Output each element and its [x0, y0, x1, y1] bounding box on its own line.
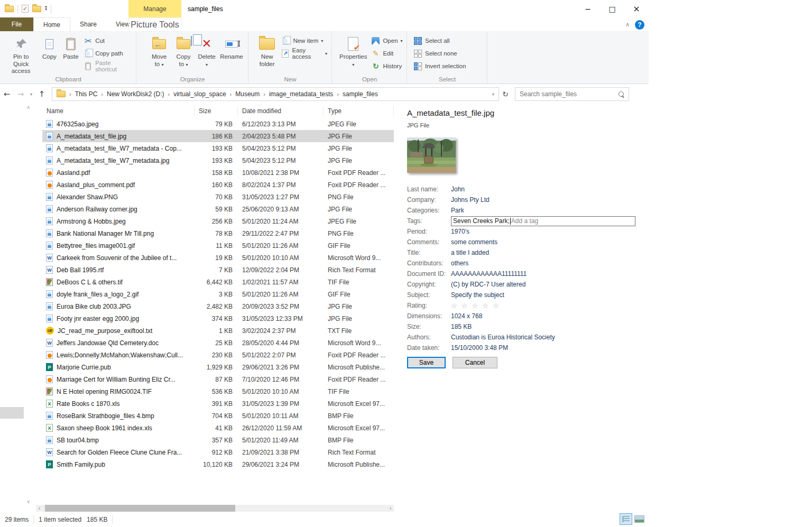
- details-view-button[interactable]: [620, 513, 632, 525]
- file-row[interactable]: Footy jnr easter egg 2000.jpg374 KB31/05…: [42, 312, 394, 325]
- file-row[interactable]: 476325ao.jpeg79 KB6/12/2023 3:13 PMJPEG …: [42, 118, 394, 130]
- detail-value[interactable]: a title I added: [451, 249, 489, 256]
- tab-share[interactable]: Share: [70, 17, 106, 31]
- cut-button[interactable]: ✂ Cut: [81, 34, 134, 47]
- column-header-type[interactable]: Type: [324, 106, 394, 116]
- properties-button[interactable]: ✔ Properties▾: [337, 33, 369, 69]
- file-row[interactable]: SB tour04.bmp357 KB5/01/2020 11:49 AMBMP…: [42, 434, 394, 446]
- copy-path-button[interactable]: Copy path: [81, 47, 134, 60]
- detail-value[interactable]: some comments: [451, 238, 497, 246]
- invert-selection-button[interactable]: Invert selection: [411, 60, 468, 72]
- close-button[interactable]: ×: [624, 0, 649, 17]
- paste-button[interactable]: Paste: [60, 33, 81, 62]
- copy-to-button[interactable]: Copy to ▾: [171, 33, 196, 69]
- detail-value[interactable]: John: [451, 186, 465, 193]
- file-row[interactable]: RoseBank Strathbogie_files 4.bmp704 KB5/…: [42, 410, 394, 422]
- column-header-date-modified[interactable]: Date modified: [238, 106, 324, 116]
- tags-input[interactable]: Seven Creeks Park;Add a tag: [451, 216, 635, 226]
- help-icon[interactable]: ?: [635, 20, 644, 30]
- nav-vertical-scrollbar[interactable]: ∧ ∨: [24, 104, 33, 505]
- file-row[interactable]: Bank National Manager Mr Till.png78 KB29…: [42, 227, 394, 239]
- new-item-button[interactable]: New item ▾: [279, 34, 329, 47]
- file-row[interactable]: Marriage Cert for William Bunting Eliz C…: [42, 373, 394, 385]
- thumbnail-view-button[interactable]: [634, 515, 644, 523]
- detail-value[interactable]: Specify the subject: [451, 291, 504, 299]
- detail-value[interactable]: Custodian is Euroa Historical Society: [451, 334, 555, 341]
- detail-value[interactable]: others: [451, 260, 468, 267]
- breadcrumb[interactable]: › This PC › New WorkDisk2 (D:) › virtual…: [52, 87, 499, 101]
- refresh-icon[interactable]: ↻: [499, 90, 512, 98]
- file-row[interactable]: XRate Books c 1870.xls391 KB31/05/2023 1…: [42, 397, 394, 410]
- column-header-size[interactable]: Size: [195, 106, 238, 116]
- breadcrumb-drive[interactable]: New WorkDisk2 (D:): [107, 90, 164, 98]
- file-row[interactable]: PMarjorie Currie.pub1,929 KB29/06/2021 3…: [42, 361, 394, 373]
- save-button[interactable]: Save: [407, 357, 446, 368]
- recent-locations-icon[interactable]: ▾: [27, 92, 35, 97]
- file-row[interactable]: Euroa Bike club 2003.JPG2,482 KB20/09/20…: [42, 300, 394, 312]
- file-row[interactable]: WDeb Ball 1995.rtf7 KB12/09/2022 2:04 PM…: [42, 264, 394, 276]
- file-row[interactable]: UEJC_read_me_purpose_exiftool.txt1 KB3/0…: [42, 325, 394, 337]
- file-row[interactable]: WSearch for Golden Fleece Clune Clune Fr…: [42, 446, 394, 458]
- detail-value[interactable]: 1024 x 768: [451, 312, 482, 320]
- paste-shortcut-button[interactable]: Paste shortcut: [81, 60, 134, 72]
- scroll-down-icon[interactable]: ∨: [24, 499, 33, 504]
- detail-value[interactable]: 1970's: [451, 228, 469, 235]
- tab-file[interactable]: File: [0, 17, 33, 31]
- tab-home[interactable]: Home: [33, 17, 70, 31]
- file-row[interactable]: Lewis;Donnelly;McMahon;Wakenshaw;Cull...…: [42, 349, 394, 361]
- address-dropdown-icon[interactable]: ▾: [492, 92, 496, 97]
- file-row[interactable]: WJeffers Jandowae Qld Cemetery.doc25 KB2…: [42, 337, 394, 349]
- scroll-up-icon[interactable]: ∧: [24, 105, 33, 110]
- detail-value[interactable]: AAAAAAAAAAAA11111111: [451, 270, 527, 278]
- file-row[interactable]: A_metadata_test_file.jpg186 KB2/04/2023 …: [42, 130, 394, 142]
- move-to-button[interactable]: ← Move to ▾: [147, 33, 171, 69]
- file-row[interactable]: XSaxon sheep Book 1961 index.xls41 KB26/…: [42, 422, 394, 434]
- copy-button[interactable]: Copy: [39, 33, 60, 62]
- scroll-right-icon[interactable]: ›: [387, 505, 394, 512]
- detail-value[interactable]: (C) by RDC-7 User altered: [451, 281, 525, 288]
- detail-value[interactable]: 15/10/2000 3:48 PM: [451, 344, 508, 352]
- forward-button[interactable]: →: [14, 89, 27, 99]
- cancel-button[interactable]: Cancel: [453, 357, 497, 368]
- detail-value[interactable]: Park: [451, 207, 464, 214]
- new-folder-button[interactable]: New folder: [255, 33, 279, 69]
- breadcrumb-image-metadata-tests[interactable]: image_metadata_tests: [269, 90, 333, 98]
- file-row[interactable]: A_metadata_test_file_W7_metadata.jpg193 …: [42, 154, 394, 167]
- up-button[interactable]: ↑: [35, 89, 49, 99]
- file-row[interactable]: WCarkeek from Souvenir of the Jubilee of…: [42, 252, 394, 264]
- horizontal-scroll-thumb[interactable]: [45, 505, 235, 512]
- open-button[interactable]: Open ▾: [369, 34, 404, 47]
- edit-button[interactable]: ✎ Edit: [369, 47, 404, 60]
- select-none-button[interactable]: Select none: [411, 47, 468, 60]
- back-button[interactable]: ←: [0, 89, 14, 99]
- new-folder-quick-icon[interactable]: [32, 6, 41, 12]
- file-row[interactable]: Anderson Railway corner.jpg59 KB25/06/20…: [42, 203, 394, 215]
- history-button[interactable]: ↻ History: [369, 60, 404, 72]
- scroll-left-icon[interactable]: ‹: [36, 505, 43, 512]
- select-all-button[interactable]: Select all: [411, 34, 468, 47]
- horizontal-scrollbar[interactable]: ‹ ›: [36, 505, 394, 512]
- rename-button[interactable]: Rename: [218, 33, 245, 62]
- detail-value[interactable]: Johns Pty Ltd: [451, 196, 490, 204]
- breadcrumb-this-pc[interactable]: This PC: [75, 90, 98, 98]
- column-header-name[interactable]: Name: [42, 106, 195, 116]
- file-row[interactable]: PSmith Family.pub10,120 KB29/06/2021 3:2…: [42, 458, 394, 470]
- file-row[interactable]: A_metadata_test_file_W7_metadata - Cop..…: [42, 142, 394, 154]
- file-row[interactable]: Armstrong & Hobbs.jpeg256 KB5/01/2020 11…: [42, 215, 394, 227]
- nav-pane-item-highlight[interactable]: [0, 407, 24, 419]
- file-row[interactable]: Alexander Shaw.PNG70 KB31/05/2023 1:27 P…: [42, 191, 394, 203]
- breadcrumb-virtual-slop-space[interactable]: virtual_slop_space: [173, 90, 226, 98]
- manage-contextual-label[interactable]: Manage: [128, 0, 181, 17]
- file-row[interactable]: Aasland.pdf158 KB10/08/2021 2:38 PMFoxit…: [42, 167, 394, 179]
- rating-stars[interactable]: ☆ ☆ ☆ ☆ ☆: [451, 302, 500, 310]
- collapse-ribbon-icon[interactable]: ∧: [625, 21, 630, 28]
- search-input[interactable]: Search sample_files: [515, 87, 629, 101]
- pin-to-quick-access-button[interactable]: Pin to Quick access: [3, 33, 39, 76]
- properties-quick-icon[interactable]: ✓: [22, 5, 29, 13]
- breadcrumb-museum[interactable]: Museum: [235, 90, 260, 98]
- file-row[interactable]: doyle frank_files a_logo_2.gif3 KB5/01/2…: [42, 288, 394, 300]
- file-row[interactable]: Bettytree_files image001.gif11 KB5/01/20…: [42, 239, 394, 252]
- breadcrumb-sample-files[interactable]: sample_files: [343, 90, 378, 98]
- detail-value[interactable]: 185 KB: [451, 323, 472, 330]
- easy-access-button[interactable]: ↗ Easy access ▾: [279, 47, 329, 60]
